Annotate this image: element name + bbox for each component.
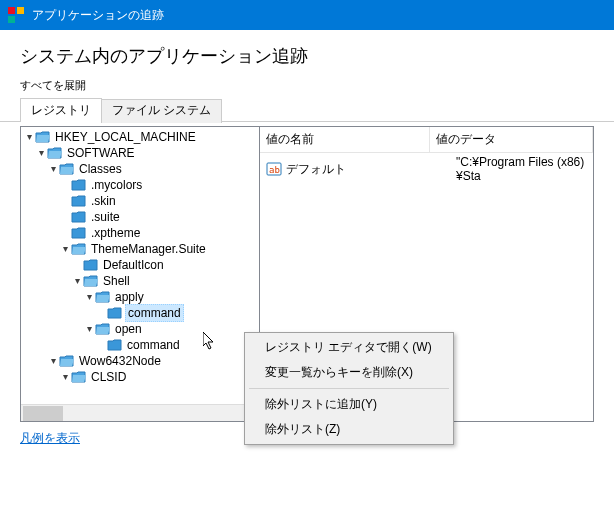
tree-node-command-selected[interactable]: command <box>23 305 257 321</box>
menu-separator <box>249 388 449 389</box>
tree-pane: HKEY_LOCAL_MACHINE SOFTWARE Classes .myc… <box>20 126 260 422</box>
value-data: "C:¥Program Files (x86)¥Sta <box>456 155 587 183</box>
folder-open-icon <box>95 290 111 304</box>
ctx-remove-key[interactable]: 変更一覧からキーを削除(X) <box>247 360 451 385</box>
tree-node-classes[interactable]: Classes <box>23 161 257 177</box>
svg-rect-2 <box>8 16 15 23</box>
svg-text:ab: ab <box>269 165 280 175</box>
folder-icon <box>71 194 87 208</box>
svg-rect-0 <box>8 7 15 14</box>
tree-node-apply[interactable]: apply <box>23 289 257 305</box>
folder-icon <box>71 226 87 240</box>
tab-registry[interactable]: レジストリ <box>20 98 102 122</box>
node-label: apply <box>113 289 146 305</box>
folder-open-icon <box>47 146 63 160</box>
node-label: open <box>113 321 144 337</box>
svg-rect-1 <box>17 7 24 14</box>
tree-node-hklm[interactable]: HKEY_LOCAL_MACHINE <box>23 129 257 145</box>
tree-node-open[interactable]: open <box>23 321 257 337</box>
node-label: ThemeManager.Suite <box>89 241 208 257</box>
chevron-down-icon[interactable] <box>59 369 71 385</box>
window-title: アプリケーションの追跡 <box>32 7 164 24</box>
node-label: SOFTWARE <box>65 145 137 161</box>
app-icon <box>8 7 24 23</box>
node-label: .mycolors <box>89 177 144 193</box>
chevron-down-icon[interactable] <box>59 241 71 257</box>
tabs: レジストリ ファイル システム <box>0 97 614 122</box>
node-label: .xptheme <box>89 225 142 241</box>
tab-filesystem[interactable]: ファイル システム <box>101 99 222 123</box>
folder-icon <box>71 210 87 224</box>
folder-open-icon <box>59 162 75 176</box>
node-label: Shell <box>101 273 132 289</box>
tree-node-xptheme[interactable]: .xptheme <box>23 225 257 241</box>
ctx-exclude-list[interactable]: 除外リスト(Z) <box>247 417 451 442</box>
list-header: 値の名前 値のデータ <box>260 127 593 153</box>
tree-node-mycolors[interactable]: .mycolors <box>23 177 257 193</box>
tree-node-shell[interactable]: Shell <box>23 273 257 289</box>
folder-icon <box>71 178 87 192</box>
folder-icon <box>107 338 123 352</box>
node-label: .skin <box>89 193 118 209</box>
folder-open-icon <box>71 370 87 384</box>
column-data[interactable]: 値のデータ <box>430 127 593 152</box>
tree-node-software[interactable]: SOFTWARE <box>23 145 257 161</box>
expand-all-link[interactable]: すべてを展開 <box>0 76 614 97</box>
node-label: .suite <box>89 209 122 225</box>
node-label: command <box>125 337 182 353</box>
folder-open-icon <box>83 274 99 288</box>
node-label: Wow6432Node <box>77 353 163 369</box>
value-name: デフォルト <box>286 161 456 178</box>
chevron-down-icon[interactable] <box>47 353 59 369</box>
context-menu: レジストリ エディタで開く(W) 変更一覧からキーを削除(X) 除外リストに追加… <box>244 332 454 445</box>
tree-node-thememanager[interactable]: ThemeManager.Suite <box>23 241 257 257</box>
tree-node-command2[interactable]: command <box>23 337 257 353</box>
folder-icon <box>83 258 99 272</box>
string-value-icon: ab <box>266 161 282 177</box>
folder-open-icon <box>95 322 111 336</box>
svg-rect-3 <box>17 16 24 23</box>
folder-icon <box>107 306 123 320</box>
chevron-down-icon[interactable] <box>47 161 59 177</box>
chevron-down-icon[interactable] <box>71 273 83 289</box>
tree-node-defaulticon[interactable]: DefaultIcon <box>23 257 257 273</box>
folder-open-icon <box>71 242 87 256</box>
tree-node-suite[interactable]: .suite <box>23 209 257 225</box>
chevron-down-icon[interactable] <box>35 145 47 161</box>
titlebar: アプリケーションの追跡 <box>0 0 614 30</box>
node-label: Classes <box>77 161 124 177</box>
column-name[interactable]: 値の名前 <box>260 127 430 152</box>
page-heading: システム内のアプリケーション追跡 <box>0 30 614 76</box>
node-label: CLSID <box>89 369 128 385</box>
ctx-add-exclude[interactable]: 除外リストに追加(Y) <box>247 392 451 417</box>
tree-node-clsid[interactable]: CLSID <box>23 369 257 385</box>
folder-open-icon <box>35 130 51 144</box>
chevron-down-icon[interactable] <box>83 321 95 337</box>
registry-tree[interactable]: HKEY_LOCAL_MACHINE SOFTWARE Classes .myc… <box>21 127 259 387</box>
tree-node-skin[interactable]: .skin <box>23 193 257 209</box>
node-label: DefaultIcon <box>101 257 166 273</box>
node-label: HKEY_LOCAL_MACHINE <box>53 129 198 145</box>
folder-open-icon <box>59 354 75 368</box>
node-label-selected: command <box>125 304 184 322</box>
tree-node-wow64[interactable]: Wow6432Node <box>23 353 257 369</box>
chevron-down-icon[interactable] <box>83 289 95 305</box>
chevron-down-icon[interactable] <box>23 129 35 145</box>
ctx-open-in-regedit[interactable]: レジストリ エディタで開く(W) <box>247 335 451 360</box>
horizontal-scrollbar[interactable] <box>21 404 259 421</box>
scrollbar-thumb[interactable] <box>23 406 63 421</box>
list-row[interactable]: ab デフォルト "C:¥Program Files (x86)¥Sta <box>260 153 593 185</box>
show-legend-link[interactable]: 凡例を表示 <box>20 431 80 445</box>
